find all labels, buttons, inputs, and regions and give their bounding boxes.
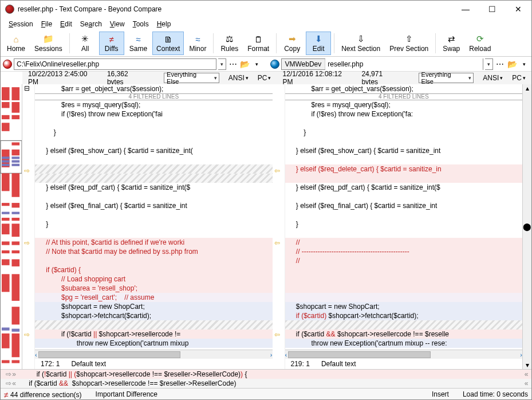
right-server-label: VMWebDev — [282, 59, 326, 69]
arrow-down-icon: ⬇ — [313, 34, 324, 44]
same-button[interactable]: ≈Same — [125, 32, 151, 55]
minimize-button[interactable]: — — [452, 1, 479, 18]
svg-rect-14 — [11, 160, 19, 163]
left-path-input[interactable] — [14, 58, 216, 70]
left-pos-text: Default text — [65, 360, 112, 368]
diffs-button[interactable]: ≠Diffs — [99, 32, 124, 55]
load-time: Load time: 0 seconds — [463, 390, 528, 398]
menu-view[interactable]: View — [107, 19, 128, 29]
left-path-control[interactable]: ⋯ — [228, 59, 238, 69]
diff-count: 44 difference section(s) — [10, 391, 82, 399]
right-hscrollbar[interactable]: ‹› — [285, 350, 523, 359]
svg-rect-19 — [2, 203, 10, 206]
notequal-status-icon: ≠ — [4, 390, 9, 399]
home-button[interactable]: ⌂Home — [3, 32, 29, 55]
menu-edit[interactable]: Edit — [57, 19, 76, 29]
svg-rect-0 — [2, 87, 10, 100]
right-open-folder-button[interactable]: 📂 — [507, 59, 517, 69]
left-pos-row: 172: 1 Default text — [35, 359, 273, 369]
left-open-folder-button[interactable]: 📂 — [240, 59, 250, 69]
menu-file[interactable]: File — [38, 19, 56, 29]
prev-section-button[interactable]: ⇧Prev Section — [385, 32, 432, 55]
svg-rect-35 — [11, 307, 19, 324]
svg-rect-24 — [11, 218, 19, 221]
svg-rect-41 — [11, 360, 19, 363]
right-lineend: PC — [512, 74, 522, 82]
svg-rect-10 — [11, 150, 19, 155]
arrow-right-icon: ➡ — [286, 34, 298, 44]
svg-rect-6 — [2, 123, 10, 131]
important-diff-label: Important Difference — [96, 390, 158, 398]
svg-rect-17 — [2, 173, 10, 191]
right-folder-drop[interactable]: ▾ — [519, 59, 529, 69]
format-icon: 🗒 — [253, 34, 264, 44]
svg-rect-37 — [11, 329, 19, 332]
svg-rect-21 — [2, 212, 10, 214]
context-button[interactable]: 🗎Context — [152, 32, 184, 55]
left-hscrollbar[interactable]: ‹› — [35, 350, 273, 359]
format-button[interactable]: 🗒Format — [243, 32, 273, 55]
svg-rect-40 — [2, 360, 10, 363]
svg-rect-20 — [11, 203, 19, 207]
right-gutter: ⇦ ⇦ ⇦ — [273, 84, 285, 369]
menubar: Session File Edit Search View Tools Help — [1, 18, 531, 30]
approx2-icon: ≈ — [192, 34, 203, 44]
menu-session[interactable]: Session — [5, 19, 37, 29]
right-cursor-pos: 219: 1 — [285, 360, 316, 368]
swap-icon: ⇄ — [446, 34, 457, 44]
svg-rect-36 — [2, 328, 10, 331]
right-bytes: 24,971 bytes — [361, 70, 400, 86]
vscrollbar[interactable]: ▴ ⬤ ▾ — [522, 84, 531, 369]
all-button[interactable]: ✳All — [73, 32, 98, 55]
maximize-button[interactable]: ☐ — [479, 1, 505, 18]
left-timestamp: 10/22/2013 2:45:00 PM — [28, 70, 98, 86]
menu-tools[interactable]: Tools — [129, 19, 152, 29]
app-icon — [5, 5, 14, 14]
rules-icon: ⚖ — [224, 34, 235, 44]
right-server-icon — [270, 60, 279, 69]
diff-thumbnail[interactable] — [1, 84, 22, 369]
right-path-input[interactable] — [325, 58, 483, 70]
edit-button[interactable]: ⬇Edit — [306, 32, 331, 55]
toolbar: ⌂Home 📁Sessions ✳All ≠Diffs ≈Same 🗎Conte… — [1, 30, 531, 57]
svg-rect-22 — [11, 212, 19, 214]
sessions-button[interactable]: 📁Sessions — [30, 32, 66, 55]
left-code-pane[interactable]: $arr = get_object_vars($session);4 FILTE… — [35, 84, 273, 369]
right-timestamp: 12/1/2016 12:08:12 PM — [283, 70, 353, 86]
swap-button[interactable]: ⇄Swap — [439, 32, 464, 55]
rules-button[interactable]: ⚖Rules — [216, 32, 242, 55]
folder-icon: 📁 — [42, 34, 54, 44]
bullet-icon: ⬤ — [523, 222, 531, 231]
menu-help[interactable]: Help — [153, 19, 175, 29]
reload-button[interactable]: ⟳Reload — [465, 32, 495, 55]
right-path-control[interactable]: ⋯ — [495, 59, 505, 69]
close-button[interactable]: ✕ — [505, 1, 531, 18]
right-pos-row: 219: 1 Default text — [285, 359, 523, 369]
caret-down-icon: ▾ — [526, 361, 529, 369]
svg-rect-12 — [11, 156, 19, 159]
copy-button[interactable]: ➡Copy — [279, 32, 305, 55]
svg-rect-28 — [11, 241, 19, 245]
svg-rect-32 — [11, 259, 19, 266]
right-path-dropdown[interactable]: ▾ — [485, 58, 493, 70]
svg-rect-4 — [2, 115, 10, 119]
svg-rect-2 — [2, 102, 10, 108]
right-mode-combo[interactable]: Everything Else — [419, 73, 474, 83]
right-pos-text: Default text — [316, 360, 362, 368]
svg-rect-26 — [11, 223, 19, 237]
left-mode-combo[interactable]: Everything Else — [164, 73, 219, 83]
caret-up-icon: ▴ — [526, 84, 529, 92]
left-lineend: PC — [258, 74, 267, 82]
menu-search[interactable]: Search — [77, 19, 105, 29]
left-path-dropdown[interactable]: ▾ — [218, 58, 226, 70]
next-section-button[interactable]: ⇩Next Section — [337, 32, 384, 55]
right-code-pane[interactable]: $arr = get_object_vars($session);4 FILTE… — [285, 84, 523, 369]
right-enc: ANSI — [483, 74, 499, 82]
stats-row: 10/22/2013 2:45:00 PM 16,362 bytes Every… — [1, 72, 531, 84]
svg-rect-16 — [11, 164, 19, 166]
svg-rect-5 — [11, 115, 19, 119]
prev-icon: ⇧ — [403, 34, 415, 44]
svg-rect-23 — [2, 218, 10, 221]
left-folder-drop[interactable]: ▾ — [252, 59, 262, 69]
minor-button[interactable]: ≈Minor — [185, 32, 210, 55]
